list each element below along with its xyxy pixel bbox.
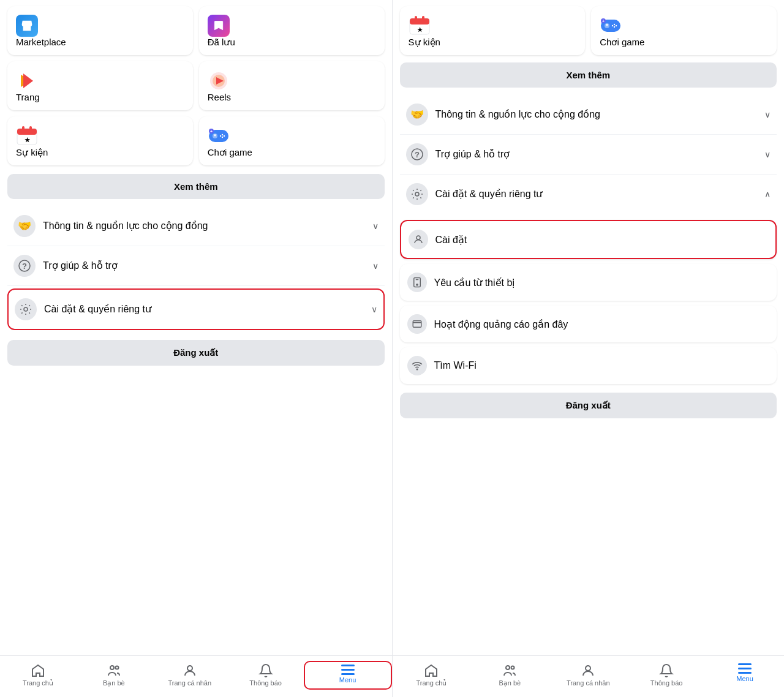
svg-point-17 [222,134,223,135]
right-hamburger-line-3 [738,672,752,674]
home-icon [31,663,45,678]
nav-notifications[interactable]: Thông báo [228,661,304,690]
friends-icon [107,663,121,678]
reels-icon [208,70,230,92]
nav-profile[interactable]: Trang cá nhân [152,661,228,690]
right-panel: ★ Sự kiện [393,0,785,697]
nav-friends[interactable]: Bạn bè [76,661,152,690]
right-nav-menu[interactable]: Menu [706,661,784,690]
wifi-icon [407,356,427,375]
right-settings-icon [406,183,428,205]
menu-icon [341,665,355,675]
svg-rect-32 [422,16,424,21]
right-community-label: Thông tin & nguồn lực cho cộng đồng [435,108,760,121]
shortcut-events[interactable]: ★ Sự kiện [7,116,193,165]
svg-point-27 [115,666,118,669]
settings-sub-list: Cài đặt Yêu cầu từ thiết bị [393,216,785,388]
shortcut-marketplace[interactable]: Marketplace [7,6,193,55]
shortcut-games[interactable]: + Chơi game [199,116,385,165]
svg-point-38 [614,24,615,25]
right-nav-menu-label: Menu [736,675,753,682]
menu-item-help[interactable]: ? Trợ giúp & hỗ trợ ∨ [7,246,385,286]
right-menu-item-community[interactable]: 🤝 Thông tin & nguồn lực cho cộng đồng ∨ [400,95,777,135]
community-label: Thông tin & nguồn lực cho cộng đồng [43,220,368,233]
right-games-label: Chơi game [600,37,644,48]
nav-home-label: Trang chủ [23,679,53,687]
right-help-label: Trợ giúp & hỗ trợ [435,148,760,161]
svg-text:?: ? [22,262,27,271]
right-nav-notifications[interactable]: Thông báo [627,661,706,690]
shortcut-grid: Marketplace Đã lưu [0,0,392,171]
right-settings-chevron: ∧ [764,189,771,199]
right-bottom-nav: Trang chủ Bạn bè Trang cá nhân [393,655,785,697]
svg-point-18 [224,135,225,137]
right-games-icon: + [600,15,622,37]
right-nav-home-label: Trang chủ [416,679,447,687]
svg-rect-16 [214,134,216,137]
left-bottom-nav: Trang chủ Bạn bè Trang cá nhân [0,655,392,697]
menu-item-community[interactable]: 🤝 Thông tin & nguồn lực cho cộng đồng ∨ [7,206,385,246]
shortcut-saved[interactable]: Đã lưu [199,6,385,55]
shortcut-page[interactable]: Trang [7,61,193,110]
help-label: Trợ giúp & hỗ trợ [43,260,368,273]
community-icon: 🤝 [13,215,36,237]
svg-rect-11 [29,126,32,131]
see-more-button[interactable]: Xem thêm [7,174,385,199]
right-help-icon: ? [406,143,428,165]
right-home-icon [424,663,439,678]
community-chevron: ∨ [372,221,379,231]
svg-rect-50 [413,321,421,328]
right-nav-friends-label: Bạn bè [499,679,521,687]
menu-item-settings[interactable]: Cài đặt & quyền riêng tư ∨ [7,288,385,330]
svg-point-28 [187,666,192,671]
svg-point-41 [612,25,613,26]
settings-label: Cài đặt & quyền riêng tư [44,303,366,316]
hamburger-line-3 [341,673,355,675]
saved-label: Đã lưu [208,37,235,48]
right-nav-friends[interactable]: Bạn bè [470,661,549,690]
nav-menu-active[interactable]: Menu [304,661,392,690]
right-bell-icon [659,663,674,678]
right-settings-label: Cài đặt & quyền riêng tư [435,188,760,201]
caidat-label: Cài đặt [435,234,467,246]
svg-point-47 [417,236,420,239]
right-events-label: Sự kiện [409,37,440,48]
svg-point-25 [24,307,28,311]
right-partial-top: ★ Sự kiện [393,0,785,60]
right-friends-icon [502,663,517,678]
svg-point-54 [586,666,590,671]
right-menu-item-help[interactable]: ? Trợ giúp & hỗ trợ ∨ [400,135,777,175]
right-nav-profile[interactable]: Trang cá nhân [549,661,627,690]
sub-item-wifi[interactable]: Tìm Wi-Fi [400,347,777,384]
nav-home[interactable]: Trang chủ [0,661,76,690]
sub-item-ad[interactable]: Hoạt động quảng cáo gần đây [400,306,777,342]
right-logout-button[interactable]: Đăng xuất [400,393,777,418]
help-chevron: ∨ [372,261,379,271]
events-label: Sự kiện [16,147,48,158]
settings-icon [15,298,37,320]
sub-item-caidat[interactable]: Cài đặt [400,220,777,259]
right-scroll[interactable]: ★ Sự kiện [393,0,785,655]
settings-chevron: ∨ [371,304,377,314]
right-nav-home[interactable]: Trang chủ [393,661,471,690]
saved-icon [208,15,230,37]
svg-rect-31 [415,16,417,21]
ad-label: Hoạt động quảng cáo gần đây [434,318,568,330]
logout-button[interactable]: Đăng xuất [7,340,385,366]
svg-point-26 [110,666,114,669]
svg-point-19 [222,137,223,138]
shortcut-reels[interactable]: Reels [199,61,385,110]
left-menu-list: 🤝 Thông tin & nguồn lực cho cộng đồng ∨ … [0,204,392,335]
svg-marker-3 [23,73,33,88]
right-events-item[interactable]: ★ Sự kiện [400,6,586,55]
left-scroll[interactable]: Marketplace Đã lưu [0,0,392,655]
right-events-icon: ★ [409,15,431,37]
hamburger-line-1 [341,665,355,666]
svg-rect-9 [17,129,37,135]
right-see-more-button[interactable]: Xem thêm [400,62,777,88]
svg-point-52 [506,666,510,669]
sub-item-device[interactable]: Yêu cầu từ thiết bị [400,264,777,301]
right-menu-item-settings[interactable]: Cài đặt & quyền riêng tư ∧ [400,175,777,214]
right-games-item[interactable]: + Chơi game [591,6,777,55]
reels-label: Reels [208,92,231,102]
